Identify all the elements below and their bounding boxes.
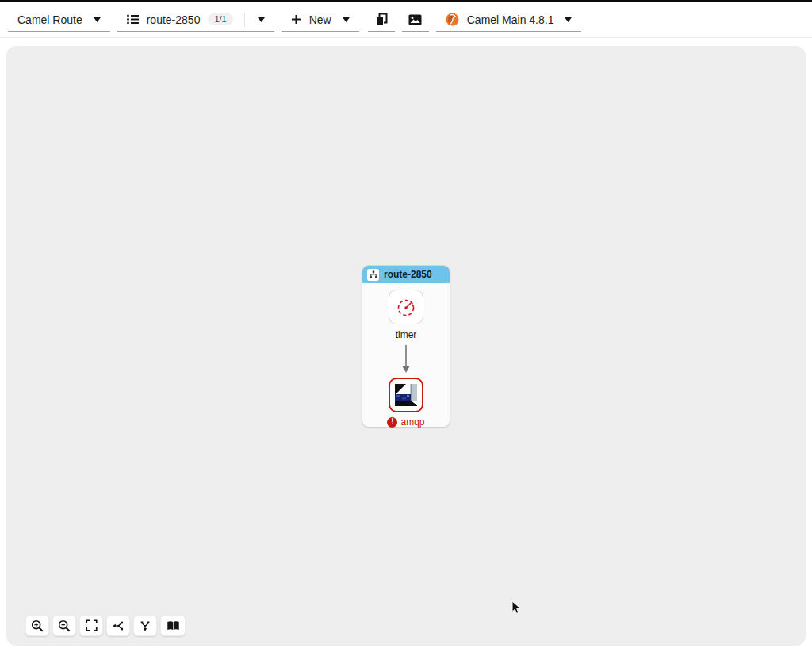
vertical-layout-button[interactable] xyxy=(133,615,157,636)
node-amqp[interactable] xyxy=(389,378,423,412)
chevron-down-icon[interactable] xyxy=(258,17,265,22)
catalog-button[interactable] xyxy=(160,615,186,636)
edge-arrow-icon xyxy=(400,344,412,374)
export-image-button[interactable] xyxy=(402,9,429,32)
broken-image-icon xyxy=(393,382,419,408)
plus-icon xyxy=(291,14,301,25)
chevron-down-icon xyxy=(565,17,572,22)
canvas-controls xyxy=(25,615,186,636)
zoom-out-button[interactable] xyxy=(52,615,76,636)
zoom-in-icon xyxy=(31,619,44,632)
layout-horizontal-icon xyxy=(112,619,124,632)
export-image-icon xyxy=(408,14,422,25)
fit-to-screen-button[interactable] xyxy=(79,615,103,636)
zoom-in-button[interactable] xyxy=(25,615,49,636)
active-route-label: route-2850 xyxy=(147,13,201,26)
chevron-down-icon xyxy=(343,17,350,22)
timer-icon xyxy=(395,296,417,318)
new-route-label: New xyxy=(309,13,331,26)
route-icon xyxy=(367,269,379,281)
visualization-canvas[interactable]: route-2850 timer xyxy=(6,46,806,646)
route-body: timer xyxy=(362,283,450,428)
route-count-badge: 1/1 xyxy=(208,13,232,25)
book-icon xyxy=(167,620,180,631)
chevron-down-icon xyxy=(94,17,101,22)
runtime-label: Camel Main 4.8.1 xyxy=(467,13,554,26)
route-group-card[interactable]: route-2850 timer xyxy=(362,265,450,428)
dsl-select-dropdown[interactable]: Camel Route xyxy=(8,9,110,32)
divider xyxy=(244,13,245,27)
route-group-header[interactable]: route-2850 xyxy=(362,266,450,283)
new-route-dropdown[interactable]: New xyxy=(282,9,359,32)
flows-list-icon xyxy=(127,14,139,25)
horizontal-layout-button[interactable] xyxy=(106,615,130,636)
route-group-title: route-2850 xyxy=(384,269,432,280)
node-amqp-caption: ! amqp xyxy=(387,416,424,428)
copy-icon xyxy=(375,13,388,26)
dsl-select-label: Camel Route xyxy=(17,13,82,26)
runtime-selector-dropdown[interactable]: Camel Main 4.8.1 xyxy=(436,9,582,32)
node-amqp-label: amqp xyxy=(400,416,424,428)
fit-to-screen-icon xyxy=(86,619,98,631)
camel-logo-icon xyxy=(446,13,459,26)
flows-list-dropdown[interactable]: route-2850 1/1 xyxy=(117,9,274,32)
editor-toolbar: Camel Route route-2850 1/1 New xyxy=(0,2,812,38)
node-timer-label: timer xyxy=(396,329,417,340)
layout-vertical-icon xyxy=(139,619,151,632)
node-timer[interactable] xyxy=(389,290,423,324)
error-exclamation-icon: ! xyxy=(387,417,397,428)
zoom-out-icon xyxy=(58,619,71,632)
copy-source-button[interactable] xyxy=(368,9,395,32)
